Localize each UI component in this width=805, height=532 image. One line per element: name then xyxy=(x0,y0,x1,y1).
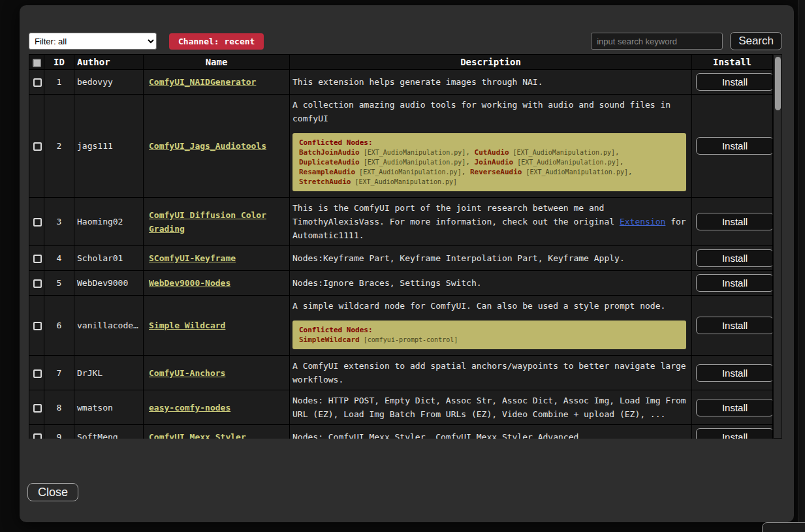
row-checkbox[interactable] xyxy=(33,279,42,288)
extension-name-link[interactable]: SComfyUI-Keyframe xyxy=(149,253,236,263)
row-author: WebDev9000 xyxy=(74,271,144,296)
row-name-cell: ComfyUI_NAIDGenerator xyxy=(144,70,290,95)
install-button[interactable]: Install xyxy=(696,249,773,267)
select-all-cell xyxy=(29,55,44,70)
search-button[interactable]: Search xyxy=(730,32,782,50)
extension-name-link[interactable]: ComfyUI_Jags_Audiotools xyxy=(149,141,266,151)
install-button[interactable]: Install xyxy=(696,274,773,292)
conflict-node-name: JoinAudio xyxy=(475,158,514,166)
row-checkbox[interactable] xyxy=(33,369,42,378)
row-description: This is the ComfyUI port of the joint re… xyxy=(290,198,692,246)
conflict-title: Conflicted Nodes: xyxy=(299,138,680,148)
row-description: A collection amazing audio tools for wor… xyxy=(290,95,692,198)
row-name-cell: SComfyUI-Keyframe xyxy=(144,246,290,271)
extension-name-link[interactable]: Simple Wildcard xyxy=(149,321,225,330)
row-id: 8 xyxy=(44,390,74,425)
conflict-node-ref: [EXT_AudioManipulation.py] xyxy=(351,178,457,185)
conflict-title: Conflicted Nodes: xyxy=(299,325,680,335)
row-id: 9 xyxy=(44,425,74,439)
conflict-node-ref: [EXT_AudioManipulation.py] xyxy=(513,159,620,166)
table-row: 2jags111ComfyUI_Jags_AudiotoolsA collect… xyxy=(29,95,773,198)
row-name-cell: ComfyUI Diffusion Color Grading xyxy=(144,198,290,246)
table-body: 1bedovyyComfyUI_NAIDGeneratorThis extens… xyxy=(29,70,773,439)
row-name-cell: Simple Wildcard xyxy=(144,296,290,356)
row-checkbox[interactable] xyxy=(33,404,42,413)
row-author: SoftMeng xyxy=(74,425,144,439)
close-button[interactable]: Close xyxy=(27,483,78,501)
install-button[interactable]: Install xyxy=(696,428,773,439)
scrollbar-thumb[interactable] xyxy=(775,57,781,110)
install-button[interactable]: Install xyxy=(696,364,773,382)
row-description: Nodes: ComfyUI Mexx Styler, ComfyUI Mexx… xyxy=(290,425,692,439)
row-select-cell xyxy=(29,296,44,356)
row-description: Nodes: HTTP POST, Empty Dict, Assoc Str,… xyxy=(290,390,692,425)
background-edge-strip xyxy=(798,0,805,532)
conflict-node-list: BatchJoinAudio [EXT_AudioManipulation.py… xyxy=(299,148,680,187)
extension-name-link[interactable]: ComfyUI_NAIDGenerator xyxy=(149,77,256,87)
conflict-node-ref: [EXT_AudioManipulation.py] xyxy=(522,168,628,176)
row-checkbox[interactable] xyxy=(33,218,42,227)
table-row: 7DrJKLComfyUI-AnchorsA ComfyUI extension… xyxy=(29,356,773,390)
install-button[interactable]: Install xyxy=(696,213,773,230)
row-description: Nodes:Keyframe Part, Keyframe Interpolat… xyxy=(290,246,692,271)
row-author: jags111 xyxy=(74,95,144,198)
row-select-cell xyxy=(29,70,44,95)
row-select-cell xyxy=(29,390,44,425)
row-select-cell xyxy=(29,95,44,198)
extensions-table: ID Author Name Description Install 1bedo… xyxy=(29,54,773,439)
custom-nodes-dialog: Filter: all Channel: recent Search ID Au… xyxy=(20,5,794,522)
extension-name-link[interactable]: ComfyUI-Anchors xyxy=(149,368,225,378)
row-checkbox[interactable] xyxy=(33,78,42,87)
select-all-checkbox[interactable] xyxy=(33,59,41,67)
install-button[interactable]: Install xyxy=(696,399,773,416)
conflict-node-name: BatchJoinAudio xyxy=(299,148,360,157)
install-button[interactable]: Install xyxy=(696,73,773,91)
row-select-cell xyxy=(29,271,44,296)
extension-name-link[interactable]: ComfyUI_Mexx_Styler xyxy=(149,432,246,439)
row-author: Scholar01 xyxy=(74,246,144,271)
search-input[interactable] xyxy=(591,33,723,50)
install-button[interactable]: Install xyxy=(696,317,773,334)
header-id: ID xyxy=(44,55,74,70)
extension-name-link[interactable]: WebDev9000-Nodes xyxy=(149,278,230,288)
conflict-node-ref: [comfyui-prompt-control] xyxy=(360,336,458,343)
install-button[interactable]: Install xyxy=(696,137,773,155)
table-row: 6vanillacode…Simple WildcardA simple wil… xyxy=(29,296,773,356)
table-row: 3Haoming02ComfyUI Diffusion Color Gradin… xyxy=(29,198,773,246)
row-author: vanillacode… xyxy=(74,296,144,356)
header-author: Author xyxy=(74,55,144,70)
conflict-node-name: ReverseAudio xyxy=(470,168,522,176)
conflict-node-name: SimpleWildcard xyxy=(299,336,360,344)
table-scrollbar[interactable] xyxy=(773,54,782,439)
row-install-cell: Install xyxy=(692,425,773,439)
row-author: bedovyy xyxy=(74,70,144,95)
row-install-cell: Install xyxy=(692,356,773,390)
conflict-node-name: DuplicateAudio xyxy=(299,158,360,166)
row-checkbox[interactable] xyxy=(33,142,42,151)
row-checkbox[interactable] xyxy=(33,433,42,439)
row-author: Haoming02 xyxy=(74,198,144,246)
row-id: 2 xyxy=(44,95,74,198)
table-row: 4Scholar01SComfyUI-KeyframeNodes:Keyfram… xyxy=(29,246,773,271)
row-install-cell: Install xyxy=(692,95,773,198)
row-description: A simple wildcard node for ComfyUI. Can … xyxy=(290,296,692,356)
description-link[interactable]: Extension xyxy=(620,217,665,227)
row-install-cell: Install xyxy=(692,70,773,95)
row-id: 7 xyxy=(44,356,74,390)
row-install-cell: Install xyxy=(692,198,773,246)
row-select-cell xyxy=(29,425,44,439)
row-select-cell xyxy=(29,198,44,246)
cutoff-button[interactable] xyxy=(762,522,805,532)
header-install: Install xyxy=(692,55,773,70)
extension-name-link[interactable]: easy-comfy-nodes xyxy=(149,403,230,413)
conflict-node-ref: [EXT_AudioManipulation.py] xyxy=(360,149,466,156)
row-checkbox[interactable] xyxy=(33,255,42,263)
row-checkbox[interactable] xyxy=(33,322,42,330)
conflict-node-ref: [EXT_AudioManipulation.py] xyxy=(509,149,616,156)
filter-select[interactable]: Filter: all xyxy=(29,33,157,50)
conflict-warning-box: Conflicted Nodes:BatchJoinAudio [EXT_Aud… xyxy=(292,133,686,191)
conflict-node-name: CutAudio xyxy=(475,148,509,157)
row-author: DrJKL xyxy=(74,356,144,390)
extension-name-link[interactable]: ComfyUI Diffusion Color Grading xyxy=(149,210,266,234)
header-name: Name xyxy=(144,55,290,70)
